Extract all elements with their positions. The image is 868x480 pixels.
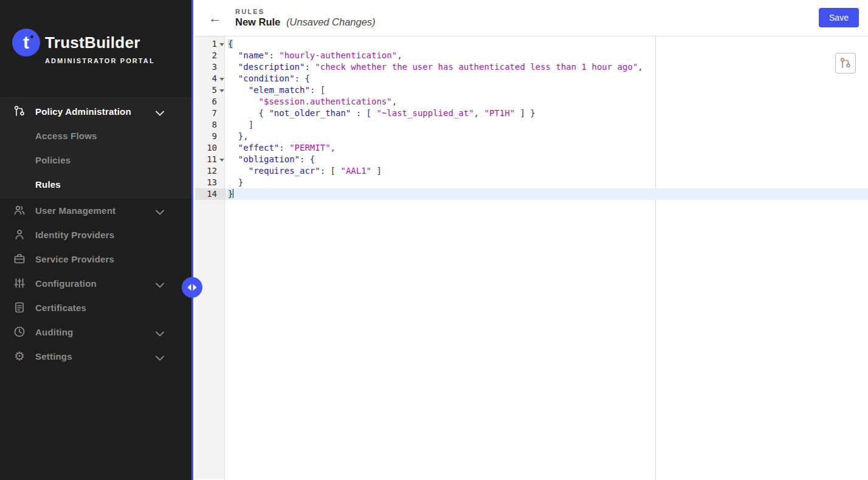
sidebar-item-label: Identity Providers [35, 230, 114, 240]
brand-logo-icon: t [12, 29, 40, 57]
fold-arrow-icon[interactable] [219, 84, 226, 96]
sidebar-item-settings[interactable]: ⚙ Settings [0, 344, 191, 368]
git-branch-icon [13, 105, 26, 117]
collapse-arrows-icon [187, 284, 197, 291]
sidebar-item-access-flows[interactable]: Access Flows [0, 123, 191, 148]
versions-button[interactable] [835, 53, 856, 74]
briefcase-icon [13, 253, 26, 265]
editor-line-5[interactable]: 5 "elem_match": [ [195, 84, 868, 96]
editor-line-8[interactable]: 8 ] [195, 119, 868, 131]
breadcrumb: RULES [235, 8, 376, 15]
certificate-icon [13, 301, 26, 314]
sidebar-item-rules[interactable]: Rules [0, 172, 191, 196]
chevron-down-icon [156, 279, 164, 290]
sidebar-item-policies[interactable]: Policies [0, 148, 191, 172]
sidebar-item-configuration[interactable]: Configuration [0, 271, 191, 295]
line-number: 6 [212, 96, 219, 108]
sidebar-item-label: User Management [35, 205, 115, 216]
sidebar-item-label: Auditing [35, 327, 73, 337]
editor-line-1[interactable]: 1{ [195, 38, 868, 50]
editor-line-13[interactable]: 13 } [195, 177, 868, 188]
sidebar-item-label: Access Flows [35, 131, 97, 141]
back-button[interactable]: ← [208, 12, 222, 25]
line-number: 14 [207, 188, 219, 200]
sidebar-item-label: Rules [35, 179, 61, 190]
page-header: ← RULES New Rule (Unsaved Changes) Save [195, 0, 868, 36]
line-number: 13 [207, 177, 219, 188]
editor-line-14[interactable]: 14} [195, 188, 868, 200]
line-number: 7 [212, 108, 219, 119]
sidebar-item-auditing[interactable]: Auditing [0, 320, 191, 344]
chevron-down-icon [156, 352, 164, 363]
sidebar-item-label: Service Providers [35, 254, 114, 264]
sidebar: t TrustBuilder ADMINISTRATOR PORTAL Poli… [0, 0, 193, 480]
line-number: 12 [207, 165, 219, 177]
line-number: 9 [212, 131, 219, 142]
page-title: New Rule [235, 16, 280, 27]
sidebar-item-label: Policies [35, 155, 71, 165]
sidebar-item-label: Configuration [35, 278, 97, 289]
nav-group-policy-administration: Policy Administration Access Flows Polic… [0, 97, 191, 198]
fold-arrow-icon[interactable] [219, 73, 226, 84]
sidebar-collapse-button[interactable] [182, 277, 202, 298]
fold-arrow-icon[interactable] [219, 154, 226, 165]
editor-line-11[interactable]: 11 "obligation": { [195, 154, 868, 165]
editor-line-10[interactable]: 10 "effect": "PERMIT", [195, 142, 868, 154]
editor-line-7[interactable]: 7 { "not_older_than" : [ "~last_supplied… [195, 108, 868, 119]
chevron-down-icon [156, 328, 164, 339]
git-branch-icon [839, 57, 852, 69]
chevron-down-icon [156, 108, 164, 118]
brand-name: TrustBuilder [45, 29, 155, 57]
text-cursor [233, 189, 233, 198]
gear-icon: ⚙ [13, 350, 26, 362]
line-number: 3 [212, 61, 219, 73]
brand-logo: t TrustBuilder ADMINISTRATOR PORTAL [0, 0, 191, 64]
line-number: 10 [207, 142, 219, 154]
sidebar-item-user-management[interactable]: User Management [0, 198, 191, 222]
main-content: ← RULES New Rule (Unsaved Changes) Save … [195, 0, 868, 480]
clock-icon [13, 326, 26, 338]
editor-line-12[interactable]: 12 "requires_acr": [ "AAL1" ] [195, 165, 868, 177]
users-icon [13, 204, 26, 216]
sidebar-item-policy-administration[interactable]: Policy Administration [0, 99, 191, 123]
user-icon [13, 228, 26, 241]
fold-arrow-icon[interactable] [219, 38, 226, 50]
line-number: 8 [212, 119, 219, 131]
sidebar-item-identity-providers[interactable]: Identity Providers [0, 222, 191, 247]
editor-line-3[interactable]: 3 "description": "check whether the user… [195, 61, 868, 73]
unsaved-changes-badge: (Unsaved Changes) [286, 16, 376, 27]
sidebar-nav: Policy Administration Access Flows Polic… [0, 97, 191, 368]
editor-line-2[interactable]: 2 "name": "hourly-authentication", [195, 50, 868, 61]
editor-line-9[interactable]: 9 }, [195, 131, 868, 142]
json-code-editor[interactable]: 1{2 "name": "hourly-authentication",3 "d… [195, 36, 868, 479]
line-number: 4 [212, 73, 219, 84]
line-number: 1 [212, 38, 219, 50]
sidebar-item-certificates[interactable]: Certificates [0, 295, 191, 320]
line-number: 11 [207, 154, 219, 165]
sliders-icon [13, 277, 26, 289]
app-window: t TrustBuilder ADMINISTRATOR PORTAL Poli… [0, 0, 868, 480]
line-number: 5 [212, 84, 219, 96]
sidebar-item-label: Settings [35, 351, 72, 362]
editor-line-6[interactable]: 6 "$session.authentications", [195, 96, 868, 108]
sidebar-item-service-providers[interactable]: Service Providers [0, 247, 191, 271]
editor-lines[interactable]: 1{2 "name": "hourly-authentication",3 "d… [195, 38, 868, 200]
editor-line-4[interactable]: 4 "condition": { [195, 73, 868, 84]
sidebar-item-label: Policy Administration [35, 106, 131, 117]
chevron-down-icon [156, 207, 164, 218]
sidebar-item-label: Certificates [35, 303, 86, 313]
line-number: 2 [212, 50, 219, 61]
brand-subtitle: ADMINISTRATOR PORTAL [45, 57, 155, 64]
save-button[interactable]: Save [819, 8, 859, 27]
